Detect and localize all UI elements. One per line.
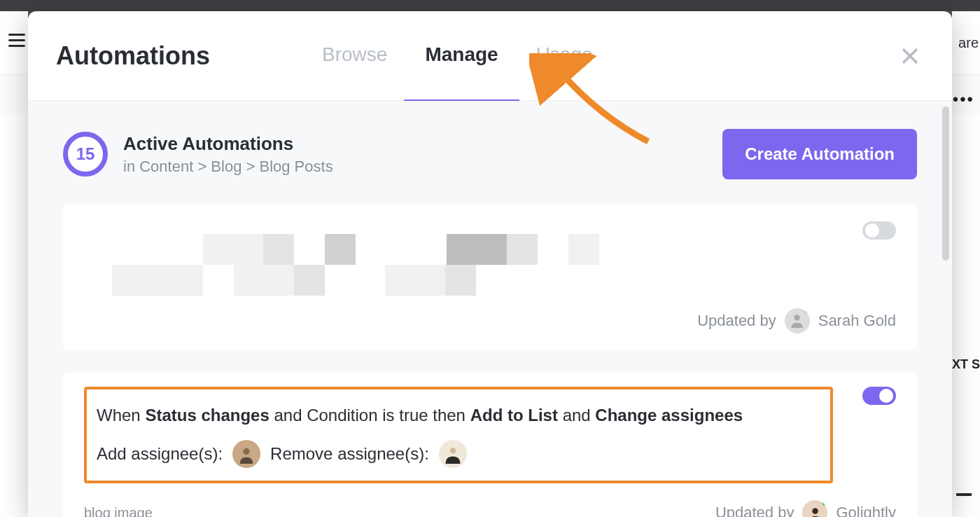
bg-share-text: are <box>958 35 979 51</box>
automation-rule-text: When Status changes and Condition is tru… <box>97 402 820 429</box>
summary-left: 15 Active Automations in Content > Blog … <box>63 132 333 177</box>
svg-point-2 <box>450 448 456 454</box>
active-automations-title: Active Automations <box>123 133 333 155</box>
close-icon <box>899 46 920 67</box>
avatar <box>802 500 827 517</box>
updated-by-label: Updated by <box>715 504 794 517</box>
tab-manage[interactable]: Manage <box>425 43 498 69</box>
scrollbar[interactable] <box>942 106 949 261</box>
more-icon: ••• <box>953 90 974 109</box>
breadcrumb: in Content > Blog > Blog Posts <box>123 158 333 176</box>
updater-name: Golightly <box>836 504 896 517</box>
menu-icon <box>8 34 25 46</box>
redacted-content <box>84 234 896 265</box>
bg-strip-right3 <box>952 113 980 517</box>
summary-text: Active Automations in Content > Blog > B… <box>123 133 333 176</box>
close-button[interactable] <box>896 42 924 70</box>
svg-point-0 <box>794 315 800 321</box>
bg-dash <box>956 493 972 496</box>
annotation-highlight-box: When Status changes and Condition is tru… <box>84 387 833 483</box>
updated-by-label: Updated by <box>697 312 776 330</box>
bg-top-strip <box>0 0 980 11</box>
automation-count-badge: 15 <box>63 132 108 177</box>
modal-title: Automations <box>56 41 210 71</box>
bg-strip-left2 <box>0 74 28 113</box>
avatar <box>785 308 810 333</box>
tab-usage[interactable]: Usage <box>536 43 593 69</box>
updated-by: Updated by Sarah Gold <box>697 308 896 333</box>
create-automation-button[interactable]: Create Automation <box>722 129 917 179</box>
add-assignee-label: Add assignee(s): <box>97 444 223 464</box>
updater-name: Sarah Gold <box>818 312 896 330</box>
automations-modal: Automations Browse Manage Usage 15 Activ… <box>28 11 952 517</box>
tabs: Browse Manage Usage <box>322 43 593 69</box>
redacted-content-2 <box>84 265 896 296</box>
bg-strip-left3 <box>0 113 28 517</box>
summary-row: 15 Active Automations in Content > Blog … <box>63 129 917 179</box>
remove-assignee-label: Remove assignee(s): <box>270 444 429 464</box>
svg-point-1 <box>243 448 249 455</box>
modal-header: Automations Browse Manage Usage <box>28 11 952 101</box>
card-footer: Updated by Sarah Gold <box>84 308 896 333</box>
modal-body: 15 Active Automations in Content > Blog … <box>28 101 952 517</box>
automation-toggle-on[interactable] <box>862 387 896 405</box>
automation-card-redacted[interactable]: Updated by Sarah Gold <box>63 205 917 350</box>
card-footer: blog image Updated by Golightly <box>84 500 896 517</box>
avatar-remove-assignee <box>439 440 467 468</box>
automation-card-highlighted[interactable]: When Status changes and Condition is tru… <box>63 373 917 517</box>
updated-by: Updated by Golightly <box>715 500 896 517</box>
tab-browse[interactable]: Browse <box>322 43 387 69</box>
avatar-add-assignee <box>232 440 260 468</box>
automation-name-label: blog image <box>84 505 153 517</box>
svg-point-3 <box>812 508 818 513</box>
automation-toggle-off[interactable] <box>862 221 896 240</box>
assignee-line: Add assignee(s): Remove assignee(s): <box>97 440 820 468</box>
